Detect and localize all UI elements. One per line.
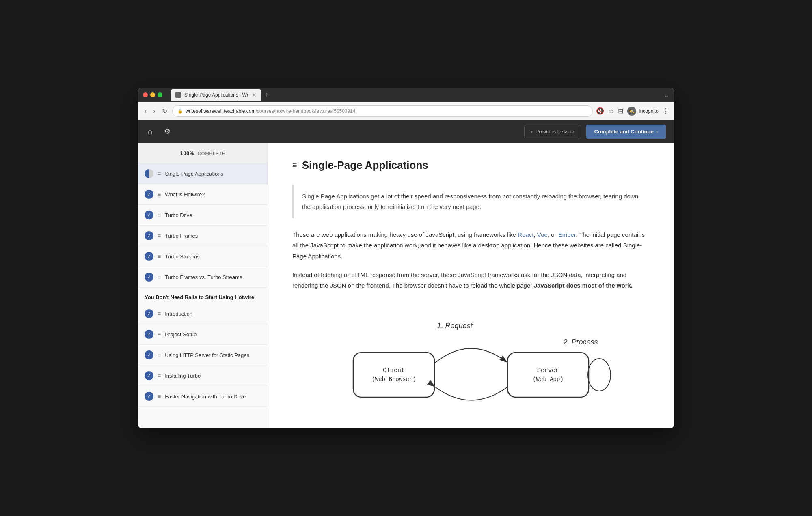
check-icon-3: ✓ (145, 231, 153, 240)
complete-continue-button[interactable]: Complete and Continue › (586, 125, 666, 139)
progress-label: COMPLETE (198, 151, 226, 156)
sidebar-item-faster-nav[interactable]: ✓ ≡ Faster Navigation with Turbo Drive (138, 386, 268, 407)
address-bar: ‹ › ↻ 🔒 writesoftwarewell.teachable.com/… (138, 102, 674, 120)
title-bar: Single-Page Applications | Wr ✕ + ⌄ (138, 88, 674, 102)
blockquote: Single Page Applications get a lot of th… (292, 185, 650, 218)
client-label-1: Client (383, 367, 405, 374)
spa-diagram: 1. Request 2. Process Client (Web Browse… (329, 312, 613, 426)
sidebar-item-introduction[interactable]: ✓ ≡ Introduction (138, 303, 268, 324)
progress-text: 100% COMPLETE (180, 150, 226, 156)
half-complete-icon (145, 169, 153, 178)
tab-close-button[interactable]: ✕ (252, 92, 257, 98)
check-icon-7: ✓ (145, 330, 153, 339)
sidebar-item-frames-vs-streams[interactable]: ✓ ≡ Turbo Frames vs. Turbo Streams (138, 267, 268, 288)
client-box (353, 353, 434, 397)
app-header-right: ‹ Previous Lesson Complete and Continue … (524, 125, 666, 139)
back-button[interactable]: ‹ (143, 106, 148, 116)
check-icon: ✓ (145, 190, 153, 199)
next-chevron-icon: › (656, 129, 658, 135)
sidebar: 100% COMPLETE ≡ Single-Page Applications… (138, 143, 268, 428)
menu-lines-icon-6: ≡ (158, 274, 161, 280)
ember-link[interactable]: Ember (558, 231, 576, 238)
address-input[interactable]: 🔒 writesoftwarewell.teachable.com/course… (172, 105, 593, 117)
sidebar-item-label-faster-nav: Faster Navigation with Turbo Drive (165, 393, 261, 400)
forward-button[interactable]: › (151, 106, 157, 116)
content-paragraph-1: These are web applications making heavy … (292, 230, 650, 262)
client-label-2: (Web Browser) (371, 376, 416, 383)
sidebar-item-label-intro: Introduction (165, 311, 261, 317)
p1-before: These are web applications making heavy … (292, 231, 518, 238)
sidebar-item-single-page-apps[interactable]: ≡ Single-Page Applications (138, 163, 268, 184)
minimize-window-button[interactable] (150, 92, 155, 97)
maximize-window-button[interactable] (158, 92, 162, 97)
lesson-title-container: ≡ Single-Page Applications (292, 159, 650, 172)
sidebar-item-label-project-setup: Project Setup (165, 331, 261, 338)
app-header-left: ⌂ ⚙ (146, 125, 172, 138)
content-area: 100% COMPLETE ≡ Single-Page Applications… (138, 143, 674, 428)
close-window-button[interactable] (143, 92, 148, 97)
diagram-container: 1. Request 2. Process Client (Web Browse… (292, 304, 650, 428)
p1-mid2: , or (548, 231, 558, 238)
traffic-lights (143, 92, 162, 97)
server-label-2: (Web App) (533, 376, 564, 383)
bookmark-icon[interactable]: ☆ (608, 107, 614, 115)
sidebar-item-turbo-streams[interactable]: ✓ ≡ Turbo Streams (138, 246, 268, 267)
menu-lines-icon-10: ≡ (158, 372, 161, 379)
menu-lines-icon-7: ≡ (158, 310, 161, 317)
progress-percent: 100% (180, 150, 194, 156)
menu-icon[interactable]: ⋮ (663, 107, 669, 115)
diagram-process-label: 2. Process (563, 338, 598, 346)
reading-mode-icon[interactable]: ⊟ (618, 107, 623, 115)
complete-continue-label: Complete and Continue (594, 129, 654, 135)
browser-window: Single-Page Applications | Wr ✕ + ⌄ ‹ › … (138, 88, 674, 428)
sidebar-item-installing-turbo[interactable]: ✓ ≡ Installing Turbo (138, 366, 268, 386)
home-button[interactable]: ⌂ (146, 125, 154, 138)
new-tab-button[interactable]: + (265, 91, 269, 99)
tab-more-button[interactable]: ⌄ (664, 91, 669, 99)
check-icon-5: ✓ (145, 273, 153, 282)
p1-mid1: , (533, 231, 537, 238)
incognito-avatar: 🕵 (627, 107, 636, 116)
browser-actions: 🔇 ☆ ⊟ 🕵 Incognito ⋮ (596, 107, 669, 116)
section2-header: You Don't Need Rails to Start Using Hotw… (138, 288, 268, 303)
react-link[interactable]: React (518, 231, 533, 238)
blockquote-text: Single Page Applications get a lot of th… (302, 193, 638, 210)
sidebar-item-turbo-drive[interactable]: ✓ ≡ Turbo Drive (138, 205, 268, 226)
lesson-title-icon: ≡ (292, 161, 297, 170)
server-box (508, 353, 589, 397)
lock-icon: 🔒 (177, 108, 183, 114)
vue-link[interactable]: Vue (537, 231, 548, 238)
process-shape (588, 359, 611, 391)
sidebar-item-label-turbo-drive: Turbo Drive (165, 212, 261, 218)
menu-lines-icon: ≡ (158, 170, 161, 177)
progress-bar-container: 100% COMPLETE (138, 143, 268, 163)
active-tab[interactable]: Single-Page Applications | Wr ✕ (171, 89, 261, 101)
mute-icon[interactable]: 🔇 (596, 107, 604, 115)
check-icon-6: ✓ (145, 309, 153, 318)
sidebar-item-label-hotwire: What is Hotwire? (165, 191, 261, 198)
incognito-icon: 🕵 (629, 108, 635, 114)
check-icon-8: ✓ (145, 350, 153, 359)
previous-lesson-button[interactable]: ‹ Previous Lesson (524, 125, 581, 138)
menu-lines-icon-9: ≡ (158, 352, 161, 358)
check-icon-4: ✓ (145, 252, 153, 261)
sidebar-item-label-frames-vs-streams: Turbo Frames vs. Turbo Streams (165, 274, 261, 280)
reload-button[interactable]: ↻ (160, 105, 169, 116)
diagram-request-label: 1. Request (437, 322, 473, 330)
tab-title: Single-Page Applications | Wr (184, 92, 248, 98)
sidebar-item-what-is-hotwire[interactable]: ✓ ≡ What is Hotwire? (138, 184, 268, 205)
incognito-button[interactable]: 🕵 Incognito (627, 107, 659, 116)
lesson-title: Single-Page Applications (302, 159, 428, 172)
sidebar-item-project-setup[interactable]: ✓ ≡ Project Setup (138, 324, 268, 345)
settings-button[interactable]: ⚙ (162, 125, 172, 138)
main-content: ≡ Single-Page Applications Single Page A… (268, 143, 674, 428)
sidebar-item-turbo-frames[interactable]: ✓ ≡ Turbo Frames (138, 226, 268, 246)
prev-lesson-label: Previous Lesson (536, 129, 574, 135)
server-label-1: Server (537, 367, 559, 374)
p2-bold: JavaScript does most of the work. (534, 282, 633, 289)
request-arrow (435, 348, 508, 363)
prev-chevron-icon: ‹ (531, 129, 533, 135)
sidebar-item-label-turbo-streams: Turbo Streams (165, 254, 261, 260)
check-icon-9: ✓ (145, 371, 153, 380)
sidebar-item-http-server[interactable]: ✓ ≡ Using HTTP Server for Static Pages (138, 345, 268, 366)
